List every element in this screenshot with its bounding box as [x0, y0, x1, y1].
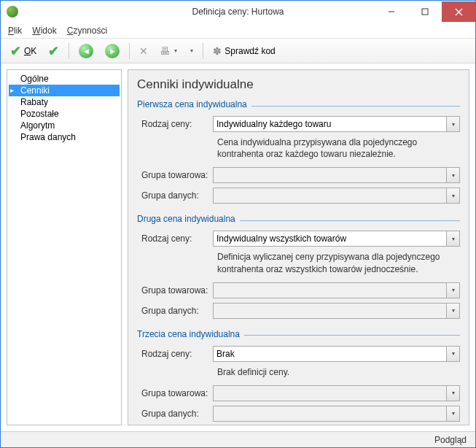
- data-group-label: Grupa danych:: [137, 409, 213, 419]
- sidebar: Ogólne ▸Cenniki Rabaty Pozostałe Algoryt…: [7, 69, 122, 425]
- menu-view[interactable]: Widok: [32, 26, 56, 36]
- minimize-button[interactable]: [375, 1, 408, 22]
- goods-group-label: Grupa towarowa:: [137, 285, 213, 296]
- goods-group-combo[interactable]: ▾: [213, 282, 460, 298]
- app-icon: [7, 6, 18, 18]
- chevron-down-icon[interactable]: ▾: [446, 347, 459, 361]
- close-button[interactable]: [442, 1, 475, 22]
- tools-button[interactable]: ✕: [134, 42, 153, 60]
- print-button[interactable]: 🖶▾: [155, 42, 182, 60]
- goods-group-input[interactable]: [214, 283, 446, 298]
- chevron-down-icon: ▾: [174, 47, 177, 54]
- menubar: Plik Widok Czynności: [1, 23, 475, 39]
- goods-group-combo[interactable]: ▾: [213, 385, 460, 401]
- sidebar-item-algorithm[interactable]: Algorytm: [9, 120, 120, 131]
- tools-icon: ✕: [139, 45, 148, 57]
- chevron-down-icon[interactable]: ▾: [446, 231, 459, 246]
- sidebar-item-discounts[interactable]: Rabaty: [9, 96, 120, 108]
- section-legend: Pierwsza cena indywidualna: [137, 99, 460, 112]
- toolbar-separator: [129, 43, 130, 59]
- data-group-label: Grupa danych:: [137, 190, 213, 201]
- chevron-down-icon[interactable]: ▾: [446, 117, 459, 131]
- sidebar-item-data-rights[interactable]: Prawa danych: [9, 131, 120, 143]
- price-type-combo[interactable]: ▾: [213, 346, 460, 362]
- arrow-right-icon: ▸: [10, 86, 14, 94]
- sidebar-item-label: Cenniki: [20, 85, 50, 96]
- price-type-input[interactable]: [214, 347, 446, 361]
- section-legend: Druga cena indywidualna: [137, 214, 460, 226]
- price-type-input[interactable]: [214, 231, 446, 246]
- price-type-combo[interactable]: ▾: [213, 231, 460, 247]
- sidebar-item-other[interactable]: Pozostałe: [9, 108, 120, 120]
- goods-group-input[interactable]: [214, 168, 446, 182]
- toolbar-separator: [69, 43, 69, 59]
- goods-group-input[interactable]: [214, 386, 446, 401]
- section-first-price: Pierwsza cena indywidualna Rodzaj ceny: …: [137, 99, 460, 204]
- main-panel: Cenniki indywidualne Pierwsza cena indyw…: [128, 69, 469, 425]
- titlebar: Definicja ceny: Hurtowa: [1, 1, 475, 23]
- chevron-down-icon[interactable]: ▾: [446, 168, 459, 182]
- chevron-down-icon: ▾: [190, 47, 193, 54]
- section-second-price: Druga cena indywidualna Rodzaj ceny: ▾ D…: [137, 214, 460, 318]
- action-dropdown[interactable]: ▾: [184, 45, 198, 57]
- price-type-description: Cena indywidualna przypisywana dla pojed…: [217, 136, 460, 160]
- data-group-label: Grupa danych:: [137, 306, 213, 316]
- goods-group-label: Grupa towarowa:: [137, 388, 213, 398]
- section-third-price: Trzecia cena indywidualna Rodzaj ceny: ▾…: [137, 329, 460, 422]
- price-type-label: Rodzaj ceny:: [137, 233, 213, 244]
- goods-group-combo[interactable]: ▾: [213, 167, 460, 183]
- statusbar: Podgląd: [1, 431, 475, 447]
- maximize-button[interactable]: [408, 1, 442, 22]
- page-title: Cenniki indywidualne: [137, 77, 460, 92]
- arrow-right-icon: ►: [105, 44, 120, 58]
- chevron-down-icon[interactable]: ▾: [446, 188, 459, 203]
- check-code-label: Sprawdź kod: [225, 46, 275, 56]
- status-mode: Podgląd: [434, 435, 467, 445]
- wand-icon: ✽: [213, 45, 222, 57]
- check-icon: ✔: [48, 43, 59, 59]
- data-group-input[interactable]: [214, 188, 446, 203]
- data-group-combo[interactable]: ▾: [213, 188, 460, 204]
- chevron-down-icon[interactable]: ▾: [446, 304, 459, 318]
- price-type-description: Brak definicji ceny.: [217, 366, 460, 378]
- ok-button[interactable]: ✔ OK: [5, 40, 42, 62]
- nav-forward-button[interactable]: ►: [100, 41, 125, 61]
- toolbar: ✔ OK ✔ ◄ ► ✕ 🖶▾ ▾ ✽ Sprawdź kod: [1, 39, 475, 63]
- data-group-combo[interactable]: ▾: [213, 406, 460, 422]
- menu-actions[interactable]: Czynności: [67, 26, 107, 36]
- price-type-label: Rodzaj ceny:: [137, 349, 213, 359]
- sidebar-item-pricelists[interactable]: ▸Cenniki: [9, 85, 120, 96]
- check-code-button[interactable]: ✽ Sprawdź kod: [208, 42, 280, 60]
- chevron-down-icon[interactable]: ▾: [446, 406, 459, 421]
- chevron-down-icon[interactable]: ▾: [446, 283, 459, 298]
- price-type-label: Rodzaj ceny:: [137, 119, 213, 129]
- goods-group-label: Grupa towarowa:: [137, 170, 213, 180]
- data-group-input[interactable]: [214, 304, 446, 318]
- svg-rect-1: [422, 9, 428, 15]
- toolbar-separator: [203, 43, 203, 59]
- printer-icon: 🖶: [160, 45, 170, 57]
- section-legend: Trzecia cena indywidualna: [137, 329, 460, 341]
- nav-back-button[interactable]: ◄: [74, 41, 98, 61]
- check-icon: ✔: [10, 43, 21, 59]
- chevron-down-icon[interactable]: ▾: [446, 386, 459, 401]
- sidebar-item-general[interactable]: Ogólne: [9, 73, 120, 85]
- price-type-description: Definicja wyliczanej ceny przypisywana d…: [217, 251, 460, 274]
- apply-button[interactable]: ✔: [43, 40, 64, 62]
- data-group-combo[interactable]: ▾: [213, 303, 460, 319]
- menu-file[interactable]: Plik: [8, 26, 22, 36]
- price-type-combo[interactable]: ▾: [213, 116, 460, 132]
- arrow-left-icon: ◄: [79, 44, 93, 58]
- data-group-input[interactable]: [214, 406, 446, 421]
- price-type-input[interactable]: [214, 117, 446, 131]
